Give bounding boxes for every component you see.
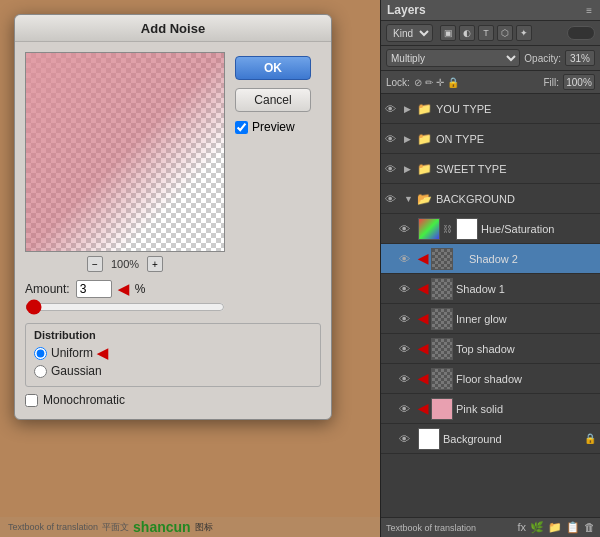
- layers-panel-title: Layers: [387, 3, 426, 17]
- eye-icon[interactable]: 👁: [385, 193, 401, 205]
- gaussian-row: Gaussian: [34, 364, 312, 378]
- amount-input[interactable]: [76, 280, 112, 298]
- folder-icon: 📂: [417, 192, 433, 206]
- zoom-in-button[interactable]: +: [147, 256, 163, 272]
- layer-collapse-arrow[interactable]: ▼: [404, 194, 414, 204]
- preview-checkbox-row[interactable]: Preview: [235, 120, 311, 134]
- preview-checkbox[interactable]: [235, 121, 248, 134]
- layer-collapse-arrow[interactable]: ▶: [404, 164, 414, 174]
- layer-collapse-arrow[interactable]: ▶: [404, 134, 414, 144]
- fx-button[interactable]: fx: [517, 521, 526, 534]
- fill-value[interactable]: 100%: [563, 74, 595, 90]
- filter-type-icon[interactable]: T: [478, 25, 494, 41]
- lock-icons: ⊘ ✏ ✛ 🔒: [414, 77, 459, 88]
- filter-toggle[interactable]: [567, 26, 595, 40]
- eye-icon[interactable]: 👁: [399, 433, 415, 445]
- slider-row: [15, 298, 331, 317]
- layers-header: Layers ≡: [381, 0, 600, 21]
- monochromatic-label: Monochromatic: [43, 393, 125, 407]
- distribution-title: Distribution: [34, 329, 312, 341]
- amount-red-arrow: ◀: [118, 281, 129, 297]
- amount-row: Amount: ◀ %: [15, 272, 331, 298]
- filter-icons: ▣ ◐ T ⬡ ✦: [440, 25, 532, 41]
- blend-mode-select[interactable]: Multiply: [386, 49, 520, 67]
- delete-layer-button[interactable]: 🗑: [584, 521, 595, 534]
- layer-name: Hue/Saturation: [481, 223, 596, 235]
- layer-red-arrow: ◀: [418, 371, 428, 386]
- lock-transparent-icon[interactable]: ⊘: [414, 77, 422, 88]
- layer-item[interactable]: 👁 ◀ Shadow 2: [381, 244, 600, 274]
- layers-search-row: Kind ▣ ◐ T ⬡ ✦: [381, 21, 600, 46]
- folder-icon: 📁: [417, 102, 433, 116]
- layer-name: Pink solid: [456, 403, 596, 415]
- layer-item[interactable]: 👁 ◀ Inner glow: [381, 304, 600, 334]
- layer-red-arrow: ◀: [418, 401, 428, 416]
- layer-item[interactable]: 👁 Background 🔒: [381, 424, 600, 454]
- layer-item[interactable]: 👁 ◀ Top shadow: [381, 334, 600, 364]
- distribution-group: Distribution Uniform ◀ Gaussian: [25, 323, 321, 387]
- lock-row: Lock: ⊘ ✏ ✛ 🔒 Fill: 100%: [381, 71, 600, 94]
- new-group-button[interactable]: 📁: [548, 521, 562, 534]
- lock-label: Lock:: [386, 77, 410, 88]
- watermark-cn: 平面文: [102, 521, 129, 534]
- dialog-controls: OK Cancel Preview: [235, 52, 311, 272]
- layer-name: SWEET TYPE: [436, 163, 596, 175]
- layer-item[interactable]: 👁 ⛓ Hue/Saturation: [381, 214, 600, 244]
- layer-item[interactable]: 👁 ▶ 📁 SWEET TYPE: [381, 154, 600, 184]
- layer-name: Floor shadow: [456, 373, 596, 385]
- layer-item[interactable]: 👁 ▼ 📂 BACKGROUND: [381, 184, 600, 214]
- monochromatic-checkbox[interactable]: [25, 394, 38, 407]
- kind-select[interactable]: Kind: [386, 24, 433, 42]
- layers-header-icons: ≡: [584, 4, 594, 17]
- filter-adjust-icon[interactable]: ◐: [459, 25, 475, 41]
- eye-icon[interactable]: 👁: [399, 313, 415, 325]
- opacity-label: Opacity:: [524, 53, 561, 64]
- dialog-title: Add Noise: [15, 15, 331, 42]
- filter-pixel-icon[interactable]: ▣: [440, 25, 456, 41]
- lock-paint-icon[interactable]: ✏: [425, 77, 433, 88]
- layer-name: YOU TYPE: [436, 103, 596, 115]
- layer-name: ON TYPE: [436, 133, 596, 145]
- uniform-radio[interactable]: [34, 347, 47, 360]
- amount-label: Amount:: [25, 282, 70, 296]
- eye-icon[interactable]: 👁: [385, 103, 401, 115]
- layer-item[interactable]: 👁 ◀ Pink solid: [381, 394, 600, 424]
- layer-thumbnail: [418, 428, 440, 450]
- eye-icon[interactable]: 👁: [385, 133, 401, 145]
- layer-thumbnail: [431, 398, 453, 420]
- eye-icon[interactable]: 👁: [399, 403, 415, 415]
- dialog-preview-area: − 100% +: [25, 52, 225, 272]
- layer-mask-thumbnail: [456, 218, 478, 240]
- layer-item[interactable]: 👁 ▶ 📁 YOU TYPE: [381, 94, 600, 124]
- layer-red-arrow: ◀: [418, 281, 428, 296]
- eye-icon[interactable]: 👁: [399, 253, 415, 265]
- amount-slider[interactable]: [25, 300, 225, 314]
- eye-icon[interactable]: 👁: [399, 223, 415, 235]
- layer-item[interactable]: 👁 ◀ Shadow 1: [381, 274, 600, 304]
- layer-collapse-arrow[interactable]: ▶: [404, 104, 414, 114]
- new-fill-button[interactable]: 🌿: [530, 521, 544, 534]
- layer-red-arrow: ◀: [418, 311, 428, 326]
- layers-bottom-bar: Textbook of translation fx 🌿 📁 📋 🗑: [381, 517, 600, 537]
- opacity-value[interactable]: 31%: [565, 50, 595, 66]
- layer-name: Inner glow: [456, 313, 596, 325]
- eye-icon[interactable]: 👁: [399, 343, 415, 355]
- lock-all-icon[interactable]: 🔒: [447, 77, 459, 88]
- cancel-button[interactable]: Cancel: [235, 88, 311, 112]
- ok-button[interactable]: OK: [235, 56, 311, 80]
- layer-item[interactable]: 👁 ◀ Floor shadow: [381, 364, 600, 394]
- layers-menu-icon[interactable]: ≡: [584, 4, 594, 17]
- zoom-out-button[interactable]: −: [87, 256, 103, 272]
- filter-smart-icon[interactable]: ✦: [516, 25, 532, 41]
- filter-shape-icon[interactable]: ⬡: [497, 25, 513, 41]
- eye-icon[interactable]: 👁: [399, 283, 415, 295]
- lock-move-icon[interactable]: ✛: [436, 77, 444, 88]
- layers-bottom-text: Textbook of translation: [386, 523, 513, 533]
- gaussian-radio[interactable]: [34, 365, 47, 378]
- new-layer-button[interactable]: 📋: [566, 521, 580, 534]
- watermark-sub: 图标: [195, 521, 213, 534]
- eye-icon[interactable]: 👁: [385, 163, 401, 175]
- folder-icon: 📁: [417, 162, 433, 176]
- eye-icon[interactable]: 👁: [399, 373, 415, 385]
- layer-item[interactable]: 👁 ▶ 📁 ON TYPE: [381, 124, 600, 154]
